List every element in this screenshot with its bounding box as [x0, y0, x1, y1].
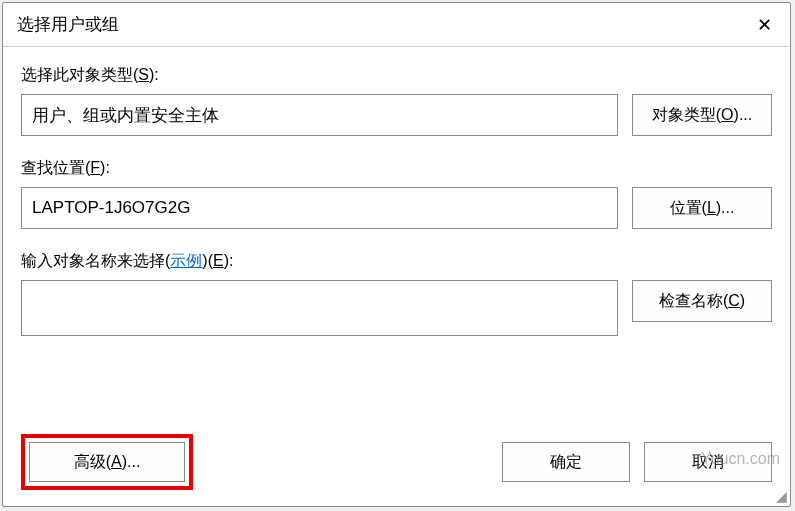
names-label-suffix: ):	[224, 252, 234, 269]
check-names-mnemonic: C	[728, 292, 740, 310]
bottom-button-row: 高级(A)... 确定 取消	[21, 434, 772, 490]
object-type-row: 用户、组或内置安全主体 对象类型(O)...	[21, 94, 772, 136]
advanced-highlight-box: 高级(A)...	[21, 434, 193, 490]
location-mnemonic: F	[90, 159, 100, 176]
object-types-button-mnemonic: O	[721, 106, 733, 124]
object-type-label-suffix: ):	[149, 66, 159, 83]
location-label-prefix: 查找位置(	[21, 159, 90, 176]
object-type-label-prefix: 选择此对象类型(	[21, 66, 138, 83]
names-label: 输入对象名称来选择(示例)(E):	[21, 251, 772, 272]
object-type-mnemonic: S	[138, 66, 149, 83]
object-types-button-suffix: )...	[734, 106, 753, 124]
dialog-content: 选择此对象类型(S): 用户、组或内置安全主体 对象类型(O)... 查找位置(…	[3, 47, 790, 336]
ok-button[interactable]: 确定	[502, 442, 630, 482]
object-types-button[interactable]: 对象类型(O)...	[632, 94, 772, 136]
close-button[interactable]: ✕	[738, 3, 790, 47]
names-mnemonic: E	[213, 252, 224, 269]
close-icon: ✕	[757, 14, 772, 36]
advanced-button[interactable]: 高级(A)...	[29, 442, 185, 482]
location-row: LAPTOP-1J6O7G2G 位置(L)...	[21, 187, 772, 229]
locations-button[interactable]: 位置(L)...	[632, 187, 772, 229]
titlebar: 选择用户或组 ✕	[3, 3, 790, 47]
location-label-suffix: ):	[100, 159, 110, 176]
location-label: 查找位置(F):	[21, 158, 772, 179]
advanced-button-suffix: )...	[122, 453, 141, 471]
object-types-button-prefix: 对象类型(	[652, 105, 721, 126]
names-label-mid: )(	[202, 252, 213, 269]
check-names-prefix: 检查名称(	[659, 291, 728, 312]
dialog-title: 选择用户或组	[17, 13, 119, 36]
object-type-label: 选择此对象类型(S):	[21, 65, 772, 86]
check-names-suffix: )	[740, 292, 745, 310]
examples-link[interactable]: 示例	[170, 252, 202, 269]
object-type-field: 用户、组或内置安全主体	[21, 94, 618, 136]
names-label-prefix: 输入对象名称来选择(	[21, 252, 170, 269]
location-field: LAPTOP-1J6O7G2G	[21, 187, 618, 229]
locations-button-suffix: )...	[716, 199, 735, 217]
advanced-button-prefix: 高级(	[74, 452, 111, 473]
check-names-button[interactable]: 检查名称(C)	[632, 280, 772, 322]
select-user-or-group-dialog: 选择用户或组 ✕ 选择此对象类型(S): 用户、组或内置安全主体 对象类型(O)…	[2, 2, 791, 507]
location-value: LAPTOP-1J6O7G2G	[32, 198, 190, 218]
advanced-button-mnemonic: A	[111, 453, 122, 471]
locations-button-mnemonic: L	[707, 199, 716, 217]
locations-button-prefix: 位置(	[670, 198, 707, 219]
resize-grip-icon[interactable]: ◢	[773, 489, 787, 503]
object-type-value: 用户、组或内置安全主体	[32, 104, 219, 127]
object-names-input[interactable]	[21, 280, 618, 336]
cancel-button[interactable]: 取消	[644, 442, 772, 482]
names-row: 检查名称(C)	[21, 280, 772, 336]
